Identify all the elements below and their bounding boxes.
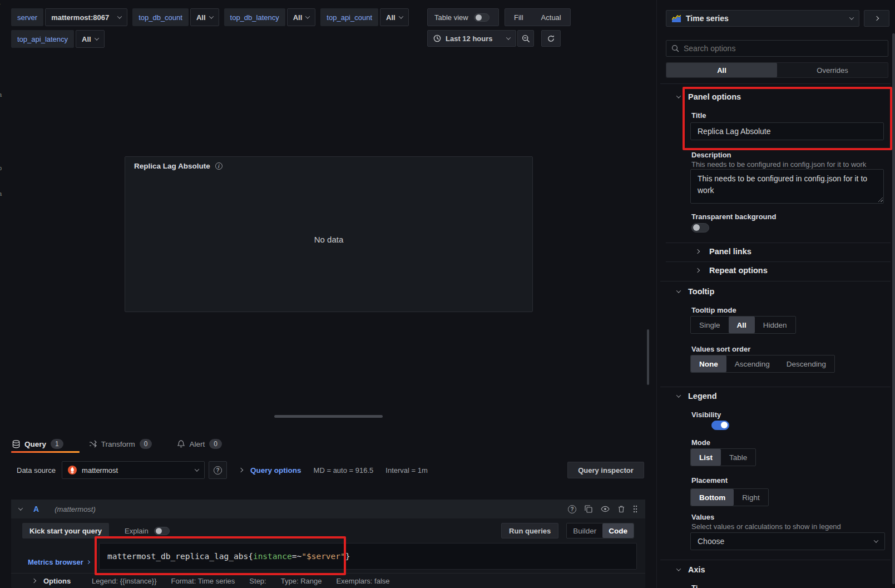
- chevron-down-icon: [874, 538, 878, 542]
- variable-value-top-api-latency[interactable]: All: [76, 30, 105, 48]
- search-options-box[interactable]: [666, 40, 888, 57]
- visibility-label: Visibility: [691, 411, 721, 419]
- info-icon[interactable]: [215, 162, 222, 170]
- repeat-options-section-header[interactable]: Repeat options: [696, 266, 768, 275]
- explain-label: Explain: [125, 527, 149, 535]
- metrics-browser-toggle[interactable]: Metrics browser: [28, 549, 90, 575]
- tab-all-options[interactable]: All: [666, 63, 777, 77]
- tab-transform[interactable]: Transform 0: [89, 439, 152, 449]
- query-help-icon[interactable]: [568, 505, 576, 513]
- variable-value-server[interactable]: mattermost:8067: [45, 8, 127, 26]
- panel-links-section-header[interactable]: Panel links: [696, 247, 751, 256]
- search-options-input[interactable]: [684, 44, 883, 53]
- legend-values-label: Values: [691, 513, 714, 521]
- legend-mode-list[interactable]: List: [691, 449, 721, 466]
- values-sort-order-label: Values sort order: [691, 345, 750, 353]
- variable-value-top-db-count[interactable]: All: [190, 8, 219, 26]
- sort-ascending[interactable]: Ascending: [726, 355, 778, 372]
- datasource-picker[interactable]: mattermost: [62, 461, 205, 479]
- placement-bottom[interactable]: Bottom: [691, 489, 734, 506]
- variable-label-top-api-count: top_api_count: [320, 8, 378, 26]
- tab-alert[interactable]: Alert 0: [177, 439, 221, 449]
- transparent-background-switch[interactable]: [691, 223, 709, 233]
- duplicate-query-icon[interactable]: [585, 505, 592, 513]
- kick-start-query-button[interactable]: Kick start your query: [22, 523, 109, 538]
- options-toggle[interactable]: Options: [43, 577, 71, 585]
- legend-mode-table[interactable]: Table: [721, 449, 755, 466]
- sidebar-scrollbar-thumb[interactable]: [892, 33, 895, 584]
- chevron-down-icon: [305, 14, 310, 18]
- pane-resize-handle[interactable]: [274, 415, 383, 418]
- alert-count-badge: 0: [209, 439, 222, 449]
- left-edge-fragment: r: [0, 2, 3, 8]
- tab-query[interactable]: Query 1: [12, 439, 63, 449]
- tooltip-mode-hidden[interactable]: Hidden: [755, 317, 795, 333]
- axis-section-header[interactable]: Axis: [677, 565, 705, 574]
- row-divider: [666, 261, 891, 262]
- actual-button[interactable]: Actual: [532, 13, 570, 22]
- tooltip-mode-single[interactable]: Single: [691, 317, 729, 333]
- fill-button[interactable]: Fill: [505, 13, 532, 22]
- tab-overrides[interactable]: Overrides: [777, 63, 888, 77]
- query-row-header[interactable]: A (mattermost): [11, 500, 645, 518]
- collapse-pane-button[interactable]: [864, 10, 889, 27]
- description-label: Description: [691, 151, 731, 159]
- left-edge-fragment: b: [0, 165, 3, 171]
- variable-label-top-db-count: top_db_count: [132, 8, 189, 26]
- zoom-out-button[interactable]: [517, 30, 534, 47]
- table-view-toggle[interactable]: Table view: [427, 8, 499, 26]
- sort-none[interactable]: None: [691, 355, 726, 372]
- legend-values-select[interactable]: Choose: [690, 532, 885, 550]
- legend-section-header[interactable]: Legend: [677, 392, 717, 401]
- code-mode-button[interactable]: Code: [602, 523, 634, 538]
- left-edge-fragment: a: [0, 91, 3, 98]
- variable-label-server: server: [11, 8, 43, 26]
- panel-options-section-header[interactable]: Panel options: [677, 92, 741, 101]
- chevron-right-icon: [874, 16, 879, 21]
- title-label: Title: [691, 111, 706, 120]
- sort-descending[interactable]: Descending: [778, 355, 834, 372]
- collapse-chevron-icon[interactable]: [18, 506, 23, 510]
- visualization-picker[interactable]: Time series: [666, 10, 859, 27]
- legend-values-hint: Select values or calculations to show in…: [691, 522, 895, 531]
- table-view-switch[interactable]: [474, 13, 489, 22]
- panel-description-textarea[interactable]: This needs to be configured in config.js…: [690, 169, 884, 204]
- query-ref-id: A: [33, 505, 39, 513]
- exemplars-value: Exemplars: false: [336, 577, 389, 585]
- chevron-right-icon: [695, 249, 700, 254]
- tooltip-section-header[interactable]: Tooltip: [677, 287, 714, 296]
- promql-code-input[interactable]: mattermost_db_replica_lag_abs{instance=~…: [99, 543, 637, 570]
- legend-visibility-switch[interactable]: [711, 421, 729, 430]
- panel-title[interactable]: Replica Lag Absolute: [134, 162, 210, 170]
- chevron-down-icon: [676, 566, 681, 571]
- section-divider: [660, 281, 891, 281]
- left-edge-fragment: l: [0, 83, 3, 90]
- tooltip-mode-label: Tooltip mode: [691, 306, 736, 314]
- options-sidebar: Time series All Overrides Panel optio: [656, 0, 895, 588]
- datasource-help-button[interactable]: [209, 461, 227, 479]
- row-divider: [666, 243, 891, 243]
- refresh-button[interactable]: [541, 30, 561, 47]
- explain-switch[interactable]: [154, 527, 170, 535]
- builder-mode-button[interactable]: Builder: [567, 523, 602, 538]
- legend-placement-label: Placement: [691, 476, 728, 485]
- main-scrollbar-thumb[interactable]: [647, 329, 649, 385]
- panel-title-input[interactable]: [690, 122, 884, 140]
- query-toolbar-row: Kick start your query Explain Run querie…: [22, 523, 634, 538]
- delete-query-icon[interactable]: [618, 505, 625, 513]
- chevron-down-icon: [676, 393, 681, 397]
- chevron-down-icon: [195, 467, 199, 471]
- drag-handle-icon[interactable]: [633, 505, 637, 513]
- tooltip-mode-all[interactable]: All: [729, 317, 755, 333]
- template-variables-row-2: top_api_latency All: [11, 30, 105, 48]
- chevron-right-icon[interactable]: [32, 579, 36, 583]
- variable-value-top-db-latency[interactable]: All: [287, 8, 316, 26]
- placement-right[interactable]: Right: [734, 489, 768, 506]
- time-range-picker[interactable]: Last 12 hours: [427, 30, 516, 47]
- hide-query-icon[interactable]: [601, 506, 610, 512]
- query-options-toggle[interactable]: Query options: [250, 466, 301, 475]
- variable-value-top-api-count[interactable]: All: [380, 8, 409, 26]
- format-value: Format: Time series: [171, 577, 235, 585]
- query-inspector-button[interactable]: Query inspector: [567, 462, 644, 478]
- run-queries-button[interactable]: Run queries: [501, 523, 558, 538]
